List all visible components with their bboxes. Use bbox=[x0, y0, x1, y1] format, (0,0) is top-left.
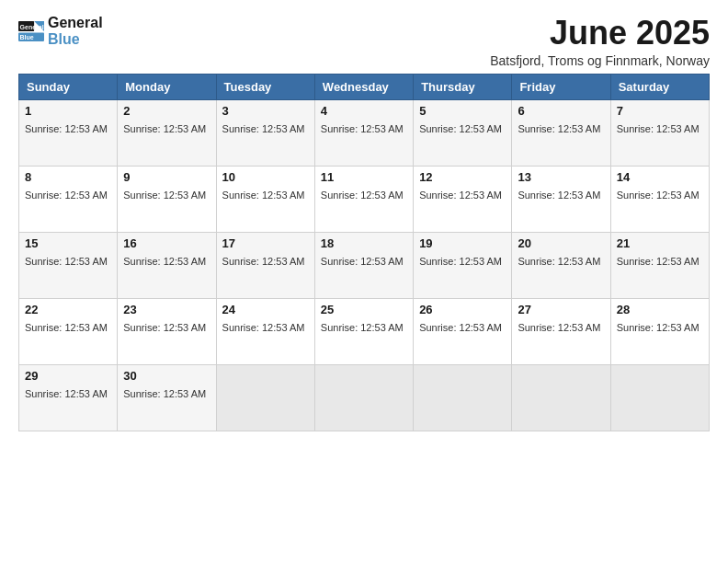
calendar-cell: 18Sunrise: 12:53 AM bbox=[314, 232, 413, 298]
sunrise-time: Sunrise: 12:53 AM bbox=[321, 123, 404, 134]
day-number: 2 bbox=[123, 104, 210, 118]
sunrise-time: Sunrise: 12:53 AM bbox=[25, 322, 108, 333]
sunrise-time: Sunrise: 12:53 AM bbox=[222, 190, 305, 201]
calendar-cell: 21Sunrise: 12:53 AM bbox=[610, 232, 709, 298]
calendar-week-row: 8Sunrise: 12:53 AM9Sunrise: 12:53 AM10Su… bbox=[19, 166, 710, 232]
day-number: 18 bbox=[321, 236, 407, 250]
calendar-cell bbox=[610, 364, 709, 431]
svg-text:General: General bbox=[20, 23, 44, 29]
calendar-cell: 23Sunrise: 12:53 AM bbox=[118, 298, 216, 364]
calendar-cell: 4Sunrise: 12:53 AM bbox=[314, 99, 413, 166]
sunrise-time: Sunrise: 12:53 AM bbox=[518, 190, 600, 201]
day-number: 4 bbox=[321, 104, 407, 118]
sunrise-time: Sunrise: 12:53 AM bbox=[222, 256, 305, 267]
day-number: 9 bbox=[123, 170, 210, 184]
sunrise-time: Sunrise: 12:53 AM bbox=[25, 123, 108, 134]
calendar-cell: 2Sunrise: 12:53 AM bbox=[118, 99, 216, 166]
page-header: General Blue General Blue June 2025 Bats… bbox=[18, 15, 710, 68]
calendar-cell bbox=[314, 364, 413, 431]
calendar-week-row: 1Sunrise: 12:53 AM2Sunrise: 12:53 AM3Sun… bbox=[19, 99, 710, 166]
col-sunday: Sunday bbox=[19, 74, 118, 99]
day-number: 25 bbox=[321, 303, 407, 316]
calendar-cell: 25Sunrise: 12:53 AM bbox=[314, 298, 413, 364]
calendar-cell: 27Sunrise: 12:53 AM bbox=[512, 298, 610, 364]
calendar-cell: 10Sunrise: 12:53 AM bbox=[216, 166, 314, 232]
day-number: 8 bbox=[25, 170, 111, 184]
sunrise-time: Sunrise: 12:53 AM bbox=[123, 322, 206, 333]
calendar-cell: 29Sunrise: 12:53 AM bbox=[19, 364, 118, 431]
day-number: 27 bbox=[518, 303, 604, 316]
sunrise-time: Sunrise: 12:53 AM bbox=[123, 256, 206, 267]
calendar-cell: 5Sunrise: 12:53 AM bbox=[414, 99, 512, 166]
logo-line2: Blue bbox=[48, 31, 103, 48]
logo-icon: General Blue bbox=[18, 18, 44, 44]
day-number: 7 bbox=[617, 104, 703, 118]
sunrise-time: Sunrise: 12:53 AM bbox=[419, 256, 502, 267]
sunrise-time: Sunrise: 12:53 AM bbox=[123, 123, 206, 134]
sunrise-time: Sunrise: 12:53 AM bbox=[321, 256, 404, 267]
calendar-cell: 3Sunrise: 12:53 AM bbox=[216, 99, 314, 166]
calendar-cell: 1Sunrise: 12:53 AM bbox=[19, 99, 118, 166]
calendar-cell bbox=[512, 364, 610, 431]
calendar-cell: 17Sunrise: 12:53 AM bbox=[216, 232, 314, 298]
calendar-cell: 22Sunrise: 12:53 AM bbox=[19, 298, 118, 364]
calendar-cell bbox=[414, 364, 512, 431]
calendar-week-row: 29Sunrise: 12:53 AM30Sunrise: 12:53 AM bbox=[19, 364, 710, 431]
sunrise-time: Sunrise: 12:53 AM bbox=[617, 123, 700, 134]
sunrise-time: Sunrise: 12:53 AM bbox=[321, 190, 404, 201]
calendar-cell: 13Sunrise: 12:53 AM bbox=[512, 166, 610, 232]
sunrise-time: Sunrise: 12:53 AM bbox=[518, 123, 600, 134]
day-number: 24 bbox=[222, 303, 309, 316]
logo-line1: General bbox=[48, 15, 103, 31]
sunrise-time: Sunrise: 12:53 AM bbox=[321, 322, 404, 333]
sunrise-time: Sunrise: 12:53 AM bbox=[518, 322, 600, 333]
day-number: 30 bbox=[123, 369, 210, 383]
col-monday: Monday bbox=[118, 74, 216, 99]
sunrise-time: Sunrise: 12:53 AM bbox=[123, 190, 206, 201]
svg-text:Blue: Blue bbox=[20, 33, 34, 40]
sunrise-time: Sunrise: 12:53 AM bbox=[617, 190, 700, 201]
day-number: 15 bbox=[25, 236, 111, 250]
day-number: 6 bbox=[518, 104, 604, 118]
day-number: 20 bbox=[518, 236, 604, 250]
day-number: 16 bbox=[123, 236, 210, 250]
sunrise-time: Sunrise: 12:53 AM bbox=[123, 388, 206, 399]
calendar-cell: 19Sunrise: 12:53 AM bbox=[414, 232, 512, 298]
col-wednesday: Wednesday bbox=[314, 74, 413, 99]
sunrise-time: Sunrise: 12:53 AM bbox=[419, 190, 502, 201]
calendar-cell: 11Sunrise: 12:53 AM bbox=[314, 166, 413, 232]
title-block: June 2025 Batsfjord, Troms og Finnmark, … bbox=[490, 15, 710, 68]
calendar-week-row: 15Sunrise: 12:53 AM16Sunrise: 12:53 AM17… bbox=[19, 232, 710, 298]
sunrise-time: Sunrise: 12:53 AM bbox=[419, 322, 502, 333]
day-number: 14 bbox=[617, 170, 703, 184]
calendar-cell bbox=[216, 364, 314, 431]
calendar-cell: 12Sunrise: 12:53 AM bbox=[414, 166, 512, 232]
calendar-cell: 16Sunrise: 12:53 AM bbox=[118, 232, 216, 298]
day-number: 22 bbox=[25, 303, 111, 316]
day-number: 13 bbox=[518, 170, 604, 184]
calendar-cell: 26Sunrise: 12:53 AM bbox=[414, 298, 512, 364]
calendar-cell: 28Sunrise: 12:53 AM bbox=[610, 298, 709, 364]
calendar-cell: 20Sunrise: 12:53 AM bbox=[512, 232, 610, 298]
col-tuesday: Tuesday bbox=[216, 74, 314, 99]
col-thursday: Thursday bbox=[414, 74, 512, 99]
calendar-cell: 6Sunrise: 12:53 AM bbox=[512, 99, 610, 166]
calendar-cell: 15Sunrise: 12:53 AM bbox=[19, 232, 118, 298]
day-number: 10 bbox=[222, 170, 309, 184]
calendar-header-row: Sunday Monday Tuesday Wednesday Thursday… bbox=[19, 74, 710, 99]
logo: General Blue General Blue bbox=[18, 15, 103, 47]
day-number: 1 bbox=[25, 104, 111, 118]
day-number: 28 bbox=[617, 303, 703, 316]
col-friday: Friday bbox=[512, 74, 610, 99]
day-number: 17 bbox=[222, 236, 309, 250]
col-saturday: Saturday bbox=[610, 74, 709, 99]
location: Batsfjord, Troms og Finnmark, Norway bbox=[490, 53, 710, 68]
calendar-cell: 24Sunrise: 12:53 AM bbox=[216, 298, 314, 364]
calendar-page: General Blue General Blue June 2025 Bats… bbox=[0, 0, 728, 563]
day-number: 5 bbox=[419, 104, 506, 118]
day-number: 23 bbox=[123, 303, 210, 316]
calendar-cell: 7Sunrise: 12:53 AM bbox=[610, 99, 709, 166]
sunrise-time: Sunrise: 12:53 AM bbox=[518, 256, 600, 267]
calendar-cell: 8Sunrise: 12:53 AM bbox=[19, 166, 118, 232]
day-number: 21 bbox=[617, 236, 703, 250]
